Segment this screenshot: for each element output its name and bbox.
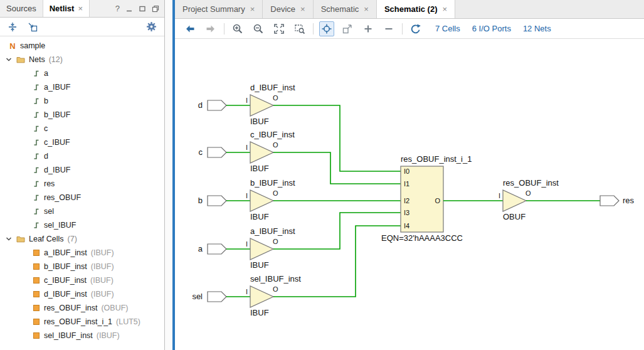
tab-label: Netlist [50, 4, 75, 13]
zoom-area-button[interactable] [292, 21, 307, 36]
ibuf-symbol[interactable] [250, 190, 273, 211]
tree-item-cell[interactable]: c_IBUF_inst(IBUF) [0, 273, 164, 287]
pin-label-i0: I0 [404, 167, 409, 175]
ibuf-symbol[interactable] [250, 142, 273, 163]
tree-item-cell[interactable]: res_OBUF_inst_i_1(LUT5) [0, 315, 164, 329]
tab-sources[interactable]: Sources [0, 0, 43, 17]
tree-item-net[interactable]: res_OBUF [0, 191, 164, 204]
tree-item-cell[interactable]: a_IBUF_inst(IBUF) [0, 246, 164, 260]
tree-root-sample[interactable]: N sample [0, 39, 164, 53]
input-port-shape[interactable] [208, 244, 226, 254]
netlist-toolbar [0, 18, 164, 36]
collapse-all-button[interactable] [8, 22, 18, 32]
tab-netlist[interactable]: Netlist × [43, 0, 90, 17]
collapse-cone-button[interactable] [381, 21, 396, 36]
cell-type: (IBUF) [91, 290, 114, 299]
autofit-selection-button[interactable] [319, 21, 334, 36]
expand-cone-button[interactable] [361, 21, 376, 36]
net-icon [33, 97, 40, 105]
pin-label-i3: I3 [404, 209, 409, 216]
chevron-down-icon[interactable] [5, 235, 13, 243]
zoom-in-icon [232, 23, 243, 34]
tree-item-net[interactable]: a [0, 66, 164, 80]
tab-schematic-2[interactable]: Schematic (2) × [377, 0, 455, 18]
stat-io-ports[interactable]: 6 I/O Ports [472, 24, 511, 33]
net-name: c [44, 124, 48, 133]
output-port-shape[interactable] [600, 196, 619, 206]
input-port-shape[interactable] [208, 196, 226, 206]
net-icon [33, 125, 40, 132]
tree-group-leaf-cells[interactable]: Leaf Cells (7) [0, 232, 164, 246]
tab-device[interactable]: Device × [263, 0, 313, 18]
tree-item-cell[interactable]: sel_IBUF_inst(IBUF) [0, 329, 164, 342]
tree-count: (12) [49, 55, 63, 64]
close-icon[interactable]: × [442, 4, 447, 14]
settings-button[interactable] [146, 21, 157, 32]
tree-item-net[interactable]: d_IBUF [0, 163, 164, 177]
instance-label: d_IBUF_inst [250, 83, 295, 92]
tree-item-net[interactable]: b_IBUF [0, 108, 164, 122]
input-port-shape[interactable] [208, 100, 226, 110]
zoom-out-button[interactable] [251, 21, 266, 36]
cell-name: a_IBUF_inst [44, 248, 87, 257]
ibuf-symbol[interactable] [250, 95, 273, 116]
zoom-fit-icon [273, 23, 285, 34]
tree-item-cell[interactable]: d_IBUF_inst(IBUF) [0, 287, 164, 301]
float-icon[interactable] [139, 5, 146, 13]
toolbar-separator [402, 23, 403, 34]
obuf-symbol[interactable] [503, 190, 526, 211]
close-icon[interactable]: × [78, 4, 83, 13]
chevron-down-icon[interactable] [5, 56, 13, 63]
tree-item-net[interactable]: d [0, 149, 164, 163]
cell-type: (IBUF) [90, 276, 113, 285]
stat-cells[interactable]: 7 Cells [435, 24, 460, 33]
fit-selection-button[interactable] [340, 21, 355, 36]
tree-count: (7) [68, 235, 77, 243]
pin-label-o: O [273, 94, 278, 102]
ibuf-symbol[interactable] [250, 238, 273, 260]
tree-item-cell[interactable]: b_IBUF_inst(IBUF) [0, 260, 164, 273]
instance-label: res_OBUF_inst_i_1 [401, 154, 472, 164]
cell-type-label: IBUF [250, 260, 269, 270]
net-name: a [44, 69, 48, 78]
tree-item-net[interactable]: sel [0, 204, 164, 218]
net-name: b [44, 97, 48, 105]
forward-button[interactable] [203, 21, 218, 36]
tab-label: Device [270, 4, 295, 14]
tree-group-nets[interactable]: Nets (12) [0, 53, 164, 66]
net-icon [33, 221, 40, 229]
tree-label: Leaf Cells [29, 235, 64, 243]
tab-project-summary[interactable]: Project Summary × [175, 0, 263, 18]
tree-item-cell[interactable]: res_OBUF_inst(OBUF) [0, 301, 164, 315]
input-port-shape[interactable] [208, 292, 226, 302]
cell-type-label: OBUF [503, 212, 525, 221]
net-icon [33, 70, 40, 77]
panel-splitter[interactable] [165, 0, 172, 350]
schematic-lut5: res_OBUF_inst_i_1 I0 I1 I2 I3 I4 O EQN=3… [381, 154, 503, 243]
close-icon[interactable]: × [300, 4, 305, 14]
back-button[interactable] [182, 21, 198, 36]
tree-label: sample [20, 41, 45, 50]
help-icon[interactable]: ? [115, 4, 120, 13]
zoom-in-button[interactable] [230, 21, 245, 36]
sync-selection-button[interactable] [28, 22, 38, 32]
tree-item-net[interactable]: b [0, 94, 164, 108]
tree-item-net[interactable]: c_IBUF [0, 135, 164, 149]
close-icon[interactable]: × [250, 4, 255, 14]
stat-nets[interactable]: 12 Nets [523, 24, 551, 33]
tree-item-net[interactable]: res [0, 177, 164, 191]
input-port-shape[interactable] [208, 147, 226, 157]
tree-item-net[interactable]: c [0, 122, 164, 135]
maximize-icon[interactable] [152, 5, 159, 13]
tree-item-net[interactable]: a_IBUF [0, 80, 164, 94]
tab-label: Sources [6, 4, 36, 13]
regenerate-button[interactable] [408, 21, 423, 36]
schematic-canvas[interactable]: d I d_IBUF_inst O IBUF c I c_IBUF_in [175, 39, 644, 350]
minimize-icon[interactable] [125, 5, 133, 13]
pin-label-o: O [273, 189, 278, 197]
tree-item-net[interactable]: sel_IBUF [0, 218, 164, 232]
ibuf-symbol[interactable] [250, 286, 273, 307]
zoom-fit-button[interactable] [272, 21, 287, 36]
close-icon[interactable]: × [364, 4, 369, 14]
tab-schematic[interactable]: Schematic × [314, 0, 377, 18]
